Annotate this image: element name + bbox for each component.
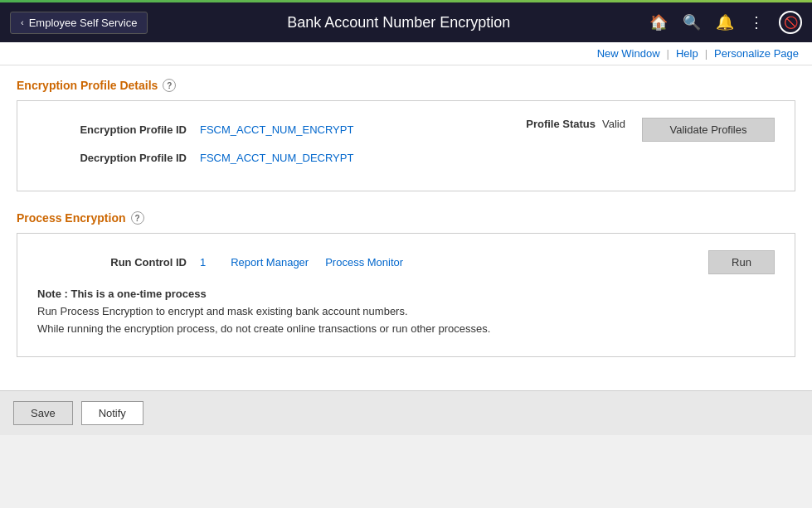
help-link[interactable]: Help <box>676 47 698 60</box>
note-para-2: While running the encryption process, do… <box>37 322 775 335</box>
page-title: Bank Account Number Encryption <box>148 14 649 31</box>
sep2: | <box>705 47 707 60</box>
bell-icon[interactable]: 🔔 <box>716 13 734 31</box>
header: ‹ Employee Self Service Bank Account Num… <box>0 2 812 42</box>
process-monitor-link[interactable]: Process Monitor <box>325 256 403 269</box>
encryption-help-icon[interactable]: ? <box>163 79 176 92</box>
sub-header: New Window | Help | Personalize Page <box>0 42 812 65</box>
note-heading: Note : This is a one-time process <box>37 288 775 300</box>
report-manager-link[interactable]: Report Manager <box>231 256 309 269</box>
back-arrow-icon: ‹ <box>21 17 24 27</box>
main-content: Encryption Profile Details ? Encryption … <box>0 65 812 390</box>
encryption-section-title: Encryption Profile Details ? <box>17 79 795 92</box>
note-para-1: Run Process Encryption to encrypt and ma… <box>37 305 775 317</box>
back-button[interactable]: ‹ Employee Self Service <box>10 12 148 34</box>
blocked-icon[interactable]: 🚫 <box>779 11 802 34</box>
validate-profiles-button[interactable]: Validate Profiles <box>642 118 775 142</box>
encryption-section-title-text: Encryption Profile Details <box>17 79 158 92</box>
more-options-icon[interactable]: ⋮ <box>749 13 764 31</box>
search-icon[interactable]: 🔍 <box>683 13 701 31</box>
profile-status-value: Valid <box>602 118 625 130</box>
decryption-profile-id-label: Decryption Profile ID <box>37 152 187 164</box>
footer: Save Notify <box>0 390 812 435</box>
process-section-title: Process Encryption ? <box>17 211 795 225</box>
encryption-profile-id-row: Encryption Profile ID FSCM_ACCT_NUM_ENCR… <box>37 118 775 142</box>
run-control-id-value[interactable]: 1 <box>200 256 206 269</box>
encryption-section: Encryption Profile Details ? Encryption … <box>17 79 795 191</box>
new-window-link[interactable]: New Window <box>597 47 660 60</box>
process-section-box: Run Control ID 1 Report Manager Process … <box>17 233 795 357</box>
run-control-id-label: Run Control ID <box>37 256 187 269</box>
sep1: | <box>667 47 669 60</box>
encryption-profile-id-label: Encryption Profile ID <box>37 123 187 136</box>
notify-button[interactable]: Notify <box>81 401 143 425</box>
save-button[interactable]: Save <box>13 401 73 425</box>
run-control-row: Run Control ID 1 Report Manager Process … <box>37 250 775 274</box>
run-control-links: Report Manager Process Monitor Run <box>231 250 775 274</box>
encryption-section-box: Encryption Profile ID FSCM_ACCT_NUM_ENCR… <box>17 100 795 191</box>
profile-status-label: Profile Status <box>526 118 596 130</box>
header-icons: 🏠 🔍 🔔 ⋮ 🚫 <box>649 11 802 34</box>
process-section: Process Encryption ? Run Control ID 1 Re… <box>17 211 795 357</box>
decryption-profile-id-row: Decryption Profile ID FSCM_ACCT_NUM_DECR… <box>37 152 775 164</box>
home-icon[interactable]: 🏠 <box>649 13 668 31</box>
decryption-profile-id-value[interactable]: FSCM_ACCT_NUM_DECRYPT <box>200 152 353 164</box>
profile-status-container: Profile Status Valid Validate Profiles <box>353 118 775 142</box>
process-section-title-text: Process Encryption <box>17 211 126 225</box>
run-button[interactable]: Run <box>708 250 775 274</box>
encryption-profile-id-value[interactable]: FSCM_ACCT_NUM_ENCRYPT <box>200 123 353 136</box>
process-help-icon[interactable]: ? <box>131 211 144 225</box>
personalize-page-link[interactable]: Personalize Page <box>714 47 799 60</box>
back-button-label: Employee Self Service <box>29 17 138 29</box>
